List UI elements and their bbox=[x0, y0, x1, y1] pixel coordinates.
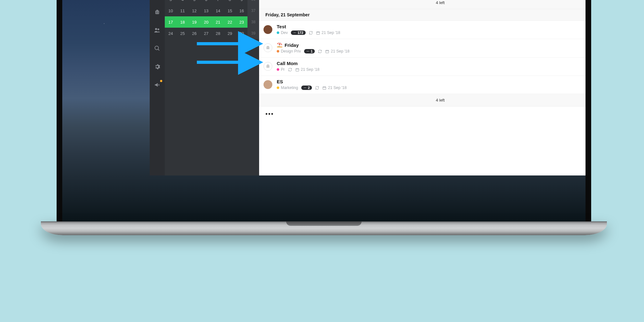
calendar-day[interactable]: 21 bbox=[212, 16, 224, 28]
calendar-day[interactable]: 11 bbox=[177, 5, 189, 16]
task-meta: Dev17221 Sep '18 bbox=[277, 31, 586, 35]
sidebar-luggage-icon[interactable] bbox=[152, 6, 163, 18]
calendar-day[interactable]: 6 bbox=[200, 0, 212, 5]
calendar-day[interactable]: 18 bbox=[177, 16, 189, 28]
task-title: ⛱️Friday bbox=[277, 42, 586, 48]
svg-rect-5 bbox=[158, 11, 158, 14]
svg-point-19 bbox=[294, 32, 295, 33]
calendar-day[interactable]: 17 bbox=[165, 16, 177, 28]
svg-point-8 bbox=[155, 46, 159, 50]
calendar-day[interactable]: 24 bbox=[165, 28, 177, 39]
project-color-dot bbox=[277, 68, 279, 71]
screen-bezel: 21 ∞ bbox=[62, 0, 586, 223]
task-title: ES bbox=[277, 79, 586, 84]
calendar-day[interactable]: 27 bbox=[200, 28, 212, 39]
calendar-day[interactable]: 25 bbox=[177, 28, 189, 39]
task-row[interactable]: Call MomPr21 Sep '18 bbox=[259, 58, 586, 76]
tasks-panel: Nozbe - Dev20 Sep '18MeetingTheFirm4420 … bbox=[259, 0, 586, 175]
svg-point-20 bbox=[295, 32, 296, 33]
project-tag[interactable]: Pr bbox=[277, 67, 285, 72]
task-row[interactable]: ESMarketing221 Sep '18 bbox=[259, 76, 586, 94]
sidebar-settings-icon[interactable] bbox=[152, 61, 163, 72]
recurring-icon bbox=[309, 31, 313, 35]
svg-rect-30 bbox=[323, 86, 326, 89]
calendar-grid: MoTuWeThFrSaSu 2021222324252634272829303… bbox=[165, 0, 259, 39]
task-row[interactable]: ⛱️FridayDesign Priv121 Sep '18 bbox=[259, 39, 586, 58]
svg-point-6 bbox=[155, 28, 157, 30]
comments-badge[interactable]: 1 bbox=[304, 49, 315, 53]
svg-point-22 bbox=[307, 51, 308, 52]
calendar-day[interactable]: 30 bbox=[236, 28, 248, 39]
svg-point-24 bbox=[308, 51, 309, 52]
calendar-day[interactable]: 5 bbox=[188, 0, 200, 5]
due-date: 21 Sep '18 bbox=[322, 86, 347, 90]
svg-rect-21 bbox=[316, 31, 319, 34]
project-tag[interactable]: Dev bbox=[277, 31, 288, 35]
calendar-day[interactable]: 16 bbox=[236, 5, 248, 16]
due-date: 21 Sep '18 bbox=[316, 31, 340, 35]
svg-point-7 bbox=[158, 29, 159, 31]
recurring-icon bbox=[288, 68, 292, 72]
svg-rect-25 bbox=[326, 50, 329, 53]
calendar-day[interactable]: 3 bbox=[165, 0, 177, 5]
calendar-day[interactable]: 20 bbox=[200, 16, 212, 28]
avatar bbox=[264, 25, 272, 34]
calendar-day[interactable]: 22 bbox=[224, 16, 236, 28]
comments-badge[interactable]: 172 bbox=[291, 31, 305, 35]
laptop-base bbox=[41, 221, 607, 235]
calendar-day[interactable]: 7 bbox=[212, 0, 224, 5]
sidebar-people-icon[interactable] bbox=[152, 25, 163, 36]
task-meta: Marketing221 Sep '18 bbox=[277, 86, 586, 90]
calendar-day[interactable]: 12 bbox=[188, 5, 200, 16]
comments-badge[interactable]: 2 bbox=[301, 86, 312, 90]
due-date: 21 Sep '18 bbox=[325, 49, 349, 53]
project-color-dot bbox=[277, 50, 279, 53]
svg-point-29 bbox=[306, 87, 306, 88]
calendar-day[interactable]: 10 bbox=[165, 5, 177, 16]
calendar-day[interactable]: 28 bbox=[212, 28, 224, 39]
week-number: 39 bbox=[247, 28, 259, 39]
calendar-day[interactable]: 13 bbox=[200, 5, 212, 16]
sidebar: 21 ∞ bbox=[150, 0, 165, 175]
section-summary: 4 left bbox=[259, 0, 586, 9]
calendar-day[interactable]: 19 bbox=[188, 16, 200, 28]
svg-rect-26 bbox=[296, 68, 299, 71]
calendar-day[interactable]: 26 bbox=[188, 28, 200, 39]
more-menu[interactable]: ••• bbox=[259, 107, 586, 121]
sidebar-search-icon[interactable] bbox=[152, 43, 163, 54]
due-date: 21 Sep '18 bbox=[295, 67, 319, 72]
svg-point-27 bbox=[304, 87, 305, 88]
recurring-icon bbox=[318, 49, 322, 53]
calendar-day[interactable]: 4 bbox=[177, 0, 189, 5]
ghost-avatar-icon bbox=[264, 62, 272, 71]
laptop-frame: 21 ∞ bbox=[57, 0, 591, 223]
project-tag[interactable]: Marketing bbox=[277, 86, 298, 90]
project-color-dot bbox=[277, 31, 279, 34]
task-meta: Design Priv121 Sep '18 bbox=[277, 49, 586, 53]
svg-rect-3 bbox=[157, 10, 158, 10]
svg-rect-4 bbox=[156, 11, 157, 14]
calendar-day[interactable]: 15 bbox=[224, 5, 236, 16]
svg-point-18 bbox=[294, 32, 294, 33]
calendar-day[interactable]: 23 bbox=[236, 16, 248, 28]
notification-dot bbox=[160, 80, 162, 82]
calendar-day[interactable]: 9 bbox=[236, 0, 248, 5]
calendar-day[interactable]: 14 bbox=[212, 5, 224, 16]
task-row[interactable]: TestDev17221 Sep '18 bbox=[259, 21, 586, 39]
section-summary: 4 left bbox=[259, 94, 586, 107]
calendar-panel: September 2018 MoTuWeThFrSaSu 2021222324… bbox=[165, 0, 259, 175]
sidebar-megaphone-icon[interactable] bbox=[152, 79, 163, 91]
laptop-notch bbox=[286, 221, 362, 226]
task-emoji: ⛱️ bbox=[277, 42, 283, 48]
calendar-day[interactable]: 29 bbox=[224, 28, 236, 39]
avatar bbox=[264, 80, 272, 89]
task-meta: Pr21 Sep '18 bbox=[277, 67, 586, 72]
calendar-day[interactable]: 8 bbox=[224, 0, 236, 5]
project-tag[interactable]: Design Priv bbox=[277, 49, 301, 53]
section-header: Friday, 21 September bbox=[259, 9, 586, 21]
week-number: 38 bbox=[247, 16, 259, 28]
week-number: 37 bbox=[247, 5, 259, 16]
recurring-icon bbox=[315, 86, 319, 90]
task-title: Call Mom bbox=[277, 61, 586, 66]
task-title: Test bbox=[277, 24, 586, 29]
